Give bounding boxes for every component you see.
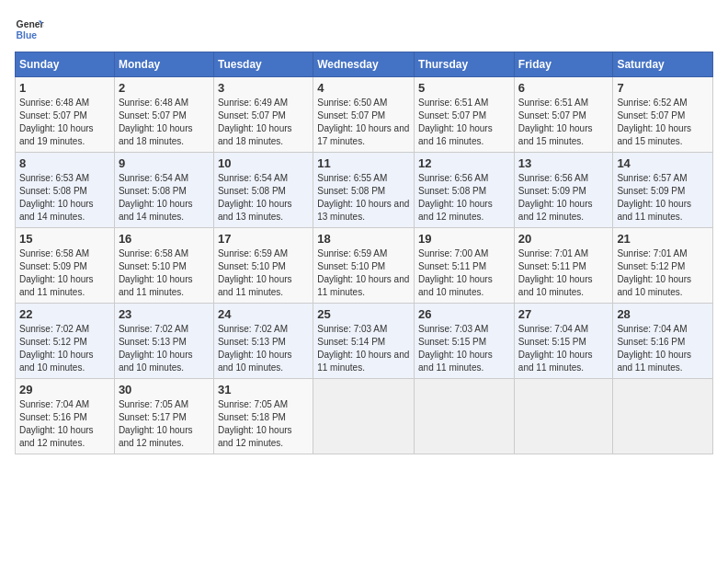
day-info: Sunrise: 6:48 AMSunset: 5:07 PMDaylight:… xyxy=(19,98,94,146)
calendar-cell xyxy=(313,379,415,454)
day-info: Sunrise: 6:59 AMSunset: 5:10 PMDaylight:… xyxy=(218,248,292,297)
day-info: Sunrise: 7:05 AMSunset: 5:17 PMDaylight:… xyxy=(119,399,193,448)
calendar-cell: 8 Sunrise: 6:53 AMSunset: 5:08 PMDayligh… xyxy=(16,153,115,228)
day-info: Sunrise: 6:50 AMSunset: 5:07 PMDaylight:… xyxy=(317,98,409,146)
calendar-cell: 16 Sunrise: 6:58 AMSunset: 5:10 PMDaylig… xyxy=(114,228,213,304)
day-number: 4 xyxy=(317,81,410,95)
day-number: 21 xyxy=(617,232,709,246)
calendar-cell: 2 Sunrise: 6:48 AMSunset: 5:07 PMDayligh… xyxy=(114,77,213,153)
calendar-cell: 9 Sunrise: 6:54 AMSunset: 5:08 PMDayligh… xyxy=(114,153,213,228)
calendar-cell: 1 Sunrise: 6:48 AMSunset: 5:07 PMDayligh… xyxy=(16,77,115,153)
header-cell-friday: Friday xyxy=(514,52,613,77)
calendar-cell: 26 Sunrise: 7:03 AMSunset: 5:15 PMDaylig… xyxy=(415,304,515,379)
day-number: 14 xyxy=(617,156,709,170)
day-info: Sunrise: 7:04 AMSunset: 5:16 PMDaylight:… xyxy=(617,324,691,373)
day-number: 23 xyxy=(119,307,210,321)
day-number: 18 xyxy=(317,232,410,246)
calendar-cell: 4 Sunrise: 6:50 AMSunset: 5:07 PMDayligh… xyxy=(313,77,415,153)
calendar-cell: 6 Sunrise: 6:51 AMSunset: 5:07 PMDayligh… xyxy=(514,77,613,153)
logo-icon: General Blue xyxy=(15,15,44,44)
week-row-3: 15 Sunrise: 6:58 AMSunset: 5:09 PMDaylig… xyxy=(16,228,713,304)
day-number: 13 xyxy=(518,156,609,170)
calendar-cell: 18 Sunrise: 6:59 AMSunset: 5:10 PMDaylig… xyxy=(313,228,415,304)
day-info: Sunrise: 7:02 AMSunset: 5:13 PMDaylight:… xyxy=(119,324,193,373)
day-info: Sunrise: 7:02 AMSunset: 5:12 PMDaylight:… xyxy=(19,324,94,373)
calendar-cell: 14 Sunrise: 6:57 AMSunset: 5:09 PMDaylig… xyxy=(613,153,713,228)
calendar-cell: 13 Sunrise: 6:56 AMSunset: 5:09 PMDaylig… xyxy=(514,153,613,228)
day-info: Sunrise: 6:55 AMSunset: 5:08 PMDaylight:… xyxy=(317,173,409,222)
day-number: 8 xyxy=(19,156,110,170)
day-number: 16 xyxy=(119,232,210,246)
calendar-cell: 20 Sunrise: 7:01 AMSunset: 5:11 PMDaylig… xyxy=(514,228,613,304)
week-row-1: 1 Sunrise: 6:48 AMSunset: 5:07 PMDayligh… xyxy=(16,77,713,153)
calendar-cell: 12 Sunrise: 6:56 AMSunset: 5:08 PMDaylig… xyxy=(415,153,515,228)
day-info: Sunrise: 6:48 AMSunset: 5:07 PMDaylight:… xyxy=(119,98,193,146)
day-info: Sunrise: 7:02 AMSunset: 5:13 PMDaylight:… xyxy=(218,324,292,373)
calendar-body: 1 Sunrise: 6:48 AMSunset: 5:07 PMDayligh… xyxy=(16,77,713,454)
day-info: Sunrise: 6:58 AMSunset: 5:10 PMDaylight:… xyxy=(119,248,193,297)
day-info: Sunrise: 6:51 AMSunset: 5:07 PMDaylight:… xyxy=(418,98,493,146)
day-number: 2 xyxy=(119,81,210,95)
day-info: Sunrise: 6:56 AMSunset: 5:08 PMDaylight:… xyxy=(418,173,493,222)
header-cell-tuesday: Tuesday xyxy=(213,52,313,77)
day-info: Sunrise: 7:00 AMSunset: 5:11 PMDaylight:… xyxy=(418,248,493,297)
day-number: 17 xyxy=(218,232,309,246)
day-number: 19 xyxy=(418,232,510,246)
day-info: Sunrise: 7:04 AMSunset: 5:16 PMDaylight:… xyxy=(19,399,94,448)
day-number: 24 xyxy=(218,307,309,321)
day-number: 28 xyxy=(617,307,709,321)
day-info: Sunrise: 6:54 AMSunset: 5:08 PMDaylight:… xyxy=(119,173,193,222)
day-info: Sunrise: 7:04 AMSunset: 5:15 PMDaylight:… xyxy=(518,324,593,373)
calendar-cell: 25 Sunrise: 7:03 AMSunset: 5:14 PMDaylig… xyxy=(313,304,415,379)
calendar-cell: 21 Sunrise: 7:01 AMSunset: 5:12 PMDaylig… xyxy=(613,228,713,304)
header-cell-thursday: Thursday xyxy=(415,52,515,77)
day-info: Sunrise: 6:52 AMSunset: 5:07 PMDaylight:… xyxy=(617,98,691,146)
logo: General Blue xyxy=(15,15,44,44)
week-row-4: 22 Sunrise: 7:02 AMSunset: 5:12 PMDaylig… xyxy=(16,304,713,379)
day-number: 20 xyxy=(518,232,609,246)
header: General Blue xyxy=(15,15,713,44)
day-number: 1 xyxy=(19,81,110,95)
day-info: Sunrise: 6:59 AMSunset: 5:10 PMDaylight:… xyxy=(317,248,409,297)
calendar-cell: 29 Sunrise: 7:04 AMSunset: 5:16 PMDaylig… xyxy=(16,379,115,454)
day-info: Sunrise: 7:03 AMSunset: 5:15 PMDaylight:… xyxy=(418,324,493,373)
day-info: Sunrise: 6:54 AMSunset: 5:08 PMDaylight:… xyxy=(218,173,292,222)
calendar-cell: 24 Sunrise: 7:02 AMSunset: 5:13 PMDaylig… xyxy=(213,304,313,379)
header-cell-sunday: Sunday xyxy=(16,52,115,77)
day-info: Sunrise: 7:01 AMSunset: 5:11 PMDaylight:… xyxy=(518,248,593,297)
header-cell-monday: Monday xyxy=(114,52,213,77)
calendar-cell xyxy=(613,379,713,454)
day-number: 11 xyxy=(317,156,410,170)
day-number: 10 xyxy=(218,156,309,170)
svg-text:Blue: Blue xyxy=(17,30,38,40)
calendar-cell: 11 Sunrise: 6:55 AMSunset: 5:08 PMDaylig… xyxy=(313,153,415,228)
calendar-cell: 28 Sunrise: 7:04 AMSunset: 5:16 PMDaylig… xyxy=(613,304,713,379)
week-row-2: 8 Sunrise: 6:53 AMSunset: 5:08 PMDayligh… xyxy=(16,153,713,228)
day-info: Sunrise: 7:03 AMSunset: 5:14 PMDaylight:… xyxy=(317,324,409,373)
day-number: 26 xyxy=(418,307,510,321)
calendar-cell: 10 Sunrise: 6:54 AMSunset: 5:08 PMDaylig… xyxy=(213,153,313,228)
day-number: 27 xyxy=(518,307,609,321)
day-info: Sunrise: 6:57 AMSunset: 5:09 PMDaylight:… xyxy=(617,173,691,222)
day-info: Sunrise: 7:05 AMSunset: 5:18 PMDaylight:… xyxy=(218,399,292,448)
day-info: Sunrise: 6:51 AMSunset: 5:07 PMDaylight:… xyxy=(518,98,593,146)
calendar-cell xyxy=(514,379,613,454)
day-info: Sunrise: 7:01 AMSunset: 5:12 PMDaylight:… xyxy=(617,248,691,297)
calendar-cell: 31 Sunrise: 7:05 AMSunset: 5:18 PMDaylig… xyxy=(213,379,313,454)
calendar-table: SundayMondayTuesdayWednesdayThursdayFrid… xyxy=(15,52,713,454)
calendar-cell: 7 Sunrise: 6:52 AMSunset: 5:07 PMDayligh… xyxy=(613,77,713,153)
day-number: 25 xyxy=(317,307,410,321)
day-number: 30 xyxy=(119,383,210,396)
day-info: Sunrise: 6:58 AMSunset: 5:09 PMDaylight:… xyxy=(19,248,94,297)
day-number: 7 xyxy=(617,81,709,95)
day-info: Sunrise: 6:53 AMSunset: 5:08 PMDaylight:… xyxy=(19,173,94,222)
day-number: 15 xyxy=(19,232,110,246)
day-number: 12 xyxy=(418,156,510,170)
day-number: 9 xyxy=(119,156,210,170)
header-cell-saturday: Saturday xyxy=(613,52,713,77)
calendar-cell: 27 Sunrise: 7:04 AMSunset: 5:15 PMDaylig… xyxy=(514,304,613,379)
day-info: Sunrise: 6:56 AMSunset: 5:09 PMDaylight:… xyxy=(518,173,593,222)
header-cell-wednesday: Wednesday xyxy=(313,52,415,77)
calendar-cell: 3 Sunrise: 6:49 AMSunset: 5:07 PMDayligh… xyxy=(213,77,313,153)
calendar-cell: 30 Sunrise: 7:05 AMSunset: 5:17 PMDaylig… xyxy=(114,379,213,454)
